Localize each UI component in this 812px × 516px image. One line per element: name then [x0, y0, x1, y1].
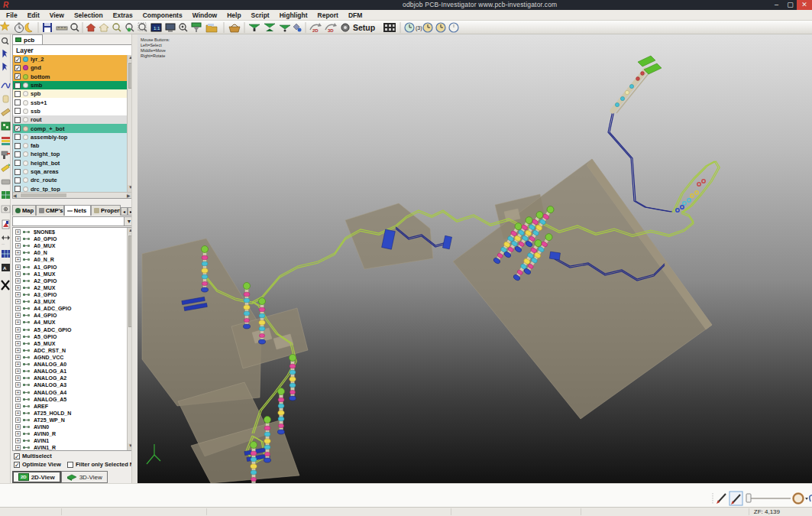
measure-ruler-icon[interactable]	[2, 109, 10, 116]
panel-splitter[interactable]	[131, 34, 137, 483]
menu-file[interactable]: File	[6, 11, 18, 19]
layer-row[interactable]: comp_+_bot	[13, 124, 128, 132]
color-ring-icon[interactable]	[794, 494, 809, 504]
expand-icon[interactable]	[15, 236, 21, 242]
layer-row[interactable]: smb	[13, 81, 128, 89]
expand-icon[interactable]	[15, 257, 21, 262]
layer-visibility-checkbox[interactable]	[15, 160, 21, 166]
net-list-item[interactable]: A3_MUX	[13, 298, 127, 305]
layer-row[interactable]: fab	[13, 141, 128, 150]
menu-highlight[interactable]: Highlight	[280, 11, 308, 19]
expand-icon[interactable]	[15, 438, 21, 443]
option-radio-icon[interactable]	[2, 206, 10, 213]
layer-row[interactable]: gnd	[13, 63, 128, 72]
zoom-net-icon[interactable]	[126, 24, 134, 31]
expand-icon[interactable]	[15, 417, 21, 423]
menu-script[interactable]: Script	[251, 11, 270, 19]
net-list-item[interactable]: ANALOG_A5	[13, 396, 127, 403]
setup-gear-icon[interactable]	[341, 24, 349, 31]
scroll-left-icon[interactable]: ◀	[13, 193, 20, 199]
menu-window[interactable]: Window	[192, 11, 218, 19]
matrix-icon[interactable]	[383, 23, 396, 32]
net-list-item[interactable]: AGND_VCC	[13, 354, 127, 361]
net-list-item[interactable]: ANALOG_A1	[13, 368, 127, 375]
layer-row[interactable]: bottom	[13, 73, 128, 81]
net-list-item[interactable]: A4_ADC_GPIO	[13, 305, 127, 312]
rotate-3d-icon[interactable]: 3D	[325, 23, 337, 33]
measure-pencil-icon[interactable]	[717, 494, 726, 504]
grid-green-icon[interactable]	[2, 191, 10, 199]
time-green-icon[interactable]	[405, 23, 414, 32]
layer-visibility-checkbox[interactable]	[15, 83, 21, 89]
close-x-icon[interactable]	[2, 281, 9, 290]
zoom-area-icon[interactable]	[138, 23, 147, 31]
layer-visibility-checkbox[interactable]	[15, 143, 21, 149]
net-list-item[interactable]: AVIN0_R	[13, 430, 127, 437]
layer-visibility-checkbox[interactable]	[15, 151, 21, 157]
favorite-star-icon[interactable]	[0, 22, 9, 31]
layer-row[interactable]: ssb+1	[13, 98, 128, 106]
tab-3d-view[interactable]: 3D-View	[61, 471, 108, 483]
expand-icon[interactable]	[15, 264, 21, 270]
net-list-item[interactable]: ANALOG_A3	[13, 381, 127, 388]
zoom-select-icon[interactable]	[113, 24, 121, 31]
optimize-view-option[interactable]: Optimize View	[14, 461, 61, 468]
net-list-item[interactable]: A0_MUX	[13, 242, 127, 249]
expand-icon[interactable]	[15, 375, 21, 381]
net-list-item[interactable]: $NONE$	[13, 229, 127, 235]
net-list-item[interactable]: ADC_RST_N	[13, 347, 127, 354]
select-arrow-icon[interactable]	[2, 50, 7, 58]
filter-top-icon[interactable]	[249, 24, 260, 31]
drill-tool-icon[interactable]	[2, 151, 10, 159]
expand-icon[interactable]	[15, 445, 21, 450]
expand-icon[interactable]	[15, 229, 21, 235]
expand-icon[interactable]	[15, 355, 21, 360]
zoom-search-icon[interactable]	[180, 24, 187, 31]
opacity-slider[interactable]	[746, 494, 791, 502]
component-filter-icon[interactable]	[293, 24, 302, 32]
hscrollbar-thumb[interactable]	[21, 193, 66, 197]
layer-visibility-checkbox[interactable]	[15, 57, 21, 63]
expand-icon[interactable]	[15, 424, 21, 430]
board-green-icon[interactable]	[2, 122, 10, 130]
menu-view[interactable]: View	[50, 11, 64, 19]
report-doc-icon[interactable]	[2, 220, 9, 229]
expand-icon[interactable]	[15, 250, 21, 255]
zoom-icon[interactable]	[71, 24, 79, 31]
layer-visibility-checkbox[interactable]	[15, 99, 21, 105]
filter-bottom-icon[interactable]	[280, 25, 290, 32]
rotate-2d-icon[interactable]: 2D	[310, 23, 322, 33]
layer-visibility-checkbox[interactable]	[15, 73, 21, 80]
expand-icon[interactable]	[15, 390, 21, 395]
net-filter-combobox[interactable]: ▼	[12, 216, 134, 226]
setup-button[interactable]: Setup	[353, 23, 375, 32]
expand-icon[interactable]	[15, 334, 21, 339]
layer-row[interactable]: lyr_2	[13, 55, 128, 63]
select-net-arrow-icon[interactable]	[2, 63, 7, 71]
expand-icon[interactable]	[15, 382, 21, 388]
analysis-chart-icon[interactable]: A	[2, 264, 10, 271]
menu-dfm[interactable]: DFM	[348, 11, 362, 19]
layer-visibility-checkbox[interactable]	[15, 117, 21, 123]
tab-scroll-left[interactable]: ◂	[121, 207, 128, 216]
zoom-tool-icon[interactable]	[2, 38, 8, 44]
time-yellow2-icon[interactable]	[436, 23, 445, 32]
net-list-item[interactable]: A0_GPIO	[13, 235, 127, 242]
expand-icon[interactable]	[15, 292, 21, 297]
measure-icon[interactable]	[57, 27, 67, 30]
layer-row[interactable]: assembly-top	[13, 133, 128, 141]
layer-visibility-checkbox[interactable]	[15, 186, 21, 192]
expand-icon[interactable]	[15, 397, 21, 402]
maximize-button[interactable]: ▢	[784, 0, 797, 10]
net-list-item[interactable]: A2_GPIO	[13, 277, 127, 284]
menu-selection[interactable]: Selection	[74, 11, 103, 19]
tab-map[interactable]: Map	[12, 205, 36, 216]
menu-extras[interactable]: Extras	[113, 11, 133, 19]
curve-tool-icon[interactable]	[2, 83, 10, 88]
menu-edit[interactable]: Edit	[27, 11, 40, 19]
close-button[interactable]: ✕	[797, 0, 812, 10]
expand-icon[interactable]	[15, 431, 21, 436]
tab-nets[interactable]: Nets	[64, 205, 91, 216]
expand-icon[interactable]	[15, 306, 21, 311]
expand-icon[interactable]	[15, 271, 21, 277]
